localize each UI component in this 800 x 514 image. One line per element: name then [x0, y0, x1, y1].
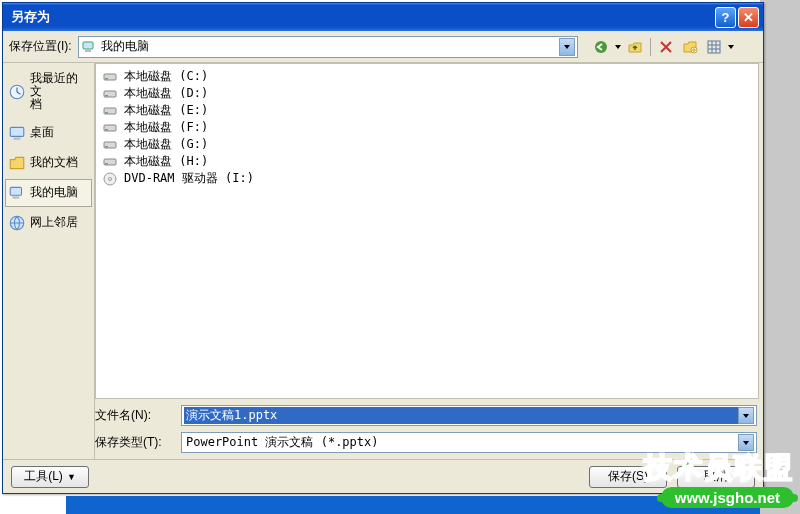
filetype-combo[interactable]: PowerPoint 演示文稿 (*.pptx) [181, 432, 757, 453]
drive-label: 本地磁盘 (F:) [124, 119, 208, 136]
disk-icon [102, 120, 118, 136]
toolbar-separator [650, 38, 651, 56]
drive-item[interactable]: 本地磁盘 (D:) [102, 85, 752, 102]
toolbar-icons [590, 36, 735, 58]
drive-item[interactable]: 本地磁盘 (F:) [102, 119, 752, 136]
cancel-label: 取消 [704, 468, 728, 485]
disk-icon [102, 69, 118, 85]
sidebar-item-label: 我的文档 [30, 156, 78, 169]
chevron-down-icon: ▼ [67, 472, 76, 482]
sidebar-item-label: 我最近的文 档 [30, 72, 89, 112]
save-as-dialog: 另存为 ? ✕ 保存位置(I): 我的电脑 [2, 2, 764, 494]
back-button[interactable] [590, 36, 612, 58]
sidebar-item[interactable]: 我的文档 [5, 149, 92, 177]
cancel-button[interactable]: 取消 [677, 466, 755, 488]
disk-icon [102, 137, 118, 153]
drive-item[interactable]: DVD-RAM 驱动器 (I:) [102, 170, 752, 187]
dialog-footer: 工具(L) ▼ 保存(S) 取消 [3, 459, 763, 493]
drive-label: 本地磁盘 (C:) [124, 68, 208, 85]
disk-icon [102, 86, 118, 102]
tools-button[interactable]: 工具(L) ▼ [11, 466, 89, 488]
chevron-down-icon[interactable] [738, 434, 754, 451]
network-icon [8, 214, 26, 232]
recent-icon [8, 83, 26, 101]
sidebar-item-label: 网上邻居 [30, 216, 78, 229]
svg-rect-16 [105, 78, 108, 80]
back-dropdown[interactable] [614, 45, 622, 49]
titlebar: 另存为 ? ✕ [3, 3, 763, 31]
dialog-body: 我最近的文 档桌面我的文档我的电脑网上邻居 本地磁盘 (C:)本地磁盘 (D:)… [3, 63, 763, 459]
filetype-value: PowerPoint 演示文稿 (*.pptx) [184, 434, 738, 451]
drive-item[interactable]: 本地磁盘 (E:) [102, 102, 752, 119]
close-button[interactable]: ✕ [738, 7, 759, 28]
svg-rect-20 [105, 112, 108, 114]
svg-rect-4 [708, 41, 720, 53]
disk-icon [102, 103, 118, 119]
places-bar: 我最近的文 档桌面我的文档我的电脑网上邻居 [3, 63, 95, 459]
chevron-down-icon[interactable] [738, 407, 754, 424]
drive-item[interactable]: 本地磁盘 (C:) [102, 68, 752, 85]
file-pane: 本地磁盘 (C:)本地磁盘 (D:)本地磁盘 (E:)本地磁盘 (F:)本地磁盘… [95, 63, 763, 459]
dvd-icon [102, 171, 118, 187]
svg-rect-0 [83, 42, 93, 49]
new-folder-button[interactable] [679, 36, 701, 58]
mycomputer-icon [8, 184, 26, 202]
taskbar-strip [66, 496, 760, 514]
drive-label: 本地磁盘 (G:) [124, 136, 208, 153]
svg-rect-13 [13, 196, 20, 198]
mycomputer-icon [81, 39, 97, 55]
svg-point-28 [109, 177, 112, 180]
svg-rect-12 [10, 187, 21, 195]
disk-icon [102, 154, 118, 170]
up-one-level-button[interactable] [624, 36, 646, 58]
sidebar-item[interactable]: 我最近的文 档 [5, 67, 92, 117]
svg-rect-11 [14, 137, 21, 139]
help-button[interactable]: ? [715, 7, 736, 28]
svg-rect-18 [105, 95, 108, 97]
file-list[interactable]: 本地磁盘 (C:)本地磁盘 (D:)本地磁盘 (E:)本地磁盘 (F:)本地磁盘… [95, 63, 759, 399]
drive-item[interactable]: 本地磁盘 (G:) [102, 136, 752, 153]
sidebar-item[interactable]: 桌面 [5, 119, 92, 147]
filetype-row: 保存类型(T): PowerPoint 演示文稿 (*.pptx) [95, 432, 757, 453]
svg-rect-10 [10, 127, 24, 136]
views-dropdown[interactable] [727, 45, 735, 49]
save-button[interactable]: 保存(S) [589, 466, 667, 488]
drive-label: 本地磁盘 (E:) [124, 102, 208, 119]
sidebar-item[interactable]: 网上邻居 [5, 209, 92, 237]
drive-label: DVD-RAM 驱动器 (I:) [124, 170, 254, 187]
views-button[interactable] [703, 36, 725, 58]
tools-label: 工具(L) [24, 468, 63, 485]
drive-label: 本地磁盘 (H:) [124, 153, 208, 170]
filename-combo[interactable]: 演示文稿1.pptx [181, 405, 757, 426]
drive-item[interactable]: 本地磁盘 (H:) [102, 153, 752, 170]
sidebar-item-label: 桌面 [30, 126, 54, 139]
svg-rect-1 [85, 50, 91, 52]
filetype-label: 保存类型(T): [95, 434, 173, 451]
save-location-combo[interactable]: 我的电脑 [78, 36, 578, 58]
background-strip [760, 0, 800, 514]
filename-value: 演示文稿1.pptx [184, 407, 738, 424]
svg-rect-26 [105, 163, 108, 165]
save-label: 保存(S) [608, 468, 648, 485]
close-icon: ✕ [743, 10, 754, 25]
fields-area: 文件名(N): 演示文稿1.pptx 保存类型(T): PowerPoint 演… [95, 403, 763, 459]
toolbar: 保存位置(I): 我的电脑 [3, 31, 763, 63]
filename-label: 文件名(N): [95, 407, 173, 424]
sidebar-item[interactable]: 我的电脑 [5, 179, 92, 207]
svg-rect-24 [105, 146, 108, 148]
save-location-label: 保存位置(I): [9, 38, 72, 55]
sidebar-item-label: 我的电脑 [30, 186, 78, 199]
filename-row: 文件名(N): 演示文稿1.pptx [95, 405, 757, 426]
mydocs-icon [8, 154, 26, 172]
window-title: 另存为 [11, 8, 713, 26]
delete-button[interactable] [655, 36, 677, 58]
save-location-value: 我的电脑 [101, 38, 559, 55]
drive-label: 本地磁盘 (D:) [124, 85, 208, 102]
chevron-down-icon[interactable] [559, 38, 575, 56]
desktop-icon [8, 124, 26, 142]
svg-rect-22 [105, 129, 108, 131]
